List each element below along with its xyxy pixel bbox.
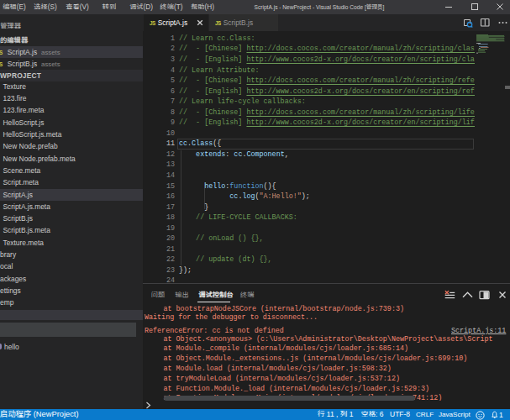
svg-text:1: 1 <box>499 411 503 419</box>
